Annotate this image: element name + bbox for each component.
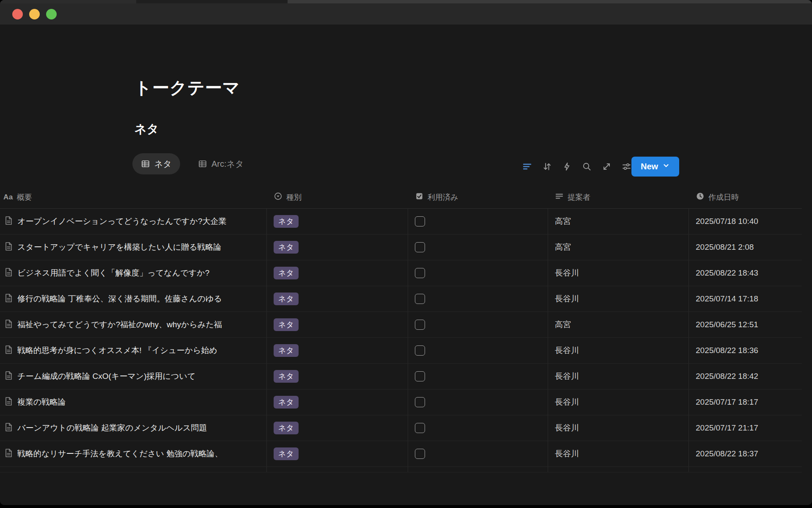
top-edge-tab bbox=[136, 0, 288, 3]
column-header-overview[interactable]: Aa 概要 bbox=[0, 186, 267, 208]
used-checkbox[interactable] bbox=[415, 216, 425, 226]
app-window: トークテーマ ネタ ネタ bbox=[0, 0, 812, 505]
cell-used[interactable] bbox=[408, 312, 548, 337]
cell-overview[interactable]: 戦略的思考が身につくオススメ本! 『イシューから始め bbox=[0, 338, 267, 363]
cell-overview[interactable]: ビジネス用語でよく聞く「解像度」ってなんですか? bbox=[0, 260, 267, 286]
cell-proposer[interactable]: 長谷川 bbox=[548, 441, 689, 467]
cell-proposer[interactable]: 長谷川 bbox=[548, 364, 689, 389]
cell-proposer[interactable]: 長谷川 bbox=[548, 389, 689, 415]
table-row[interactable]: オープンイノベーションってどうなったんですか?大企業 ネタ 高宮 2025/07… bbox=[0, 209, 802, 235]
used-checkbox[interactable] bbox=[415, 345, 425, 356]
automation-icon[interactable] bbox=[562, 162, 572, 171]
cell-proposer[interactable]: 高宮 bbox=[548, 235, 689, 260]
used-checkbox[interactable] bbox=[415, 242, 425, 252]
used-checkbox[interactable] bbox=[415, 320, 425, 330]
cell-used[interactable] bbox=[408, 286, 548, 312]
view-tab-arc-neta[interactable]: Arc:ネタ bbox=[189, 153, 252, 174]
used-checkbox[interactable] bbox=[415, 294, 425, 304]
cell-overview[interactable]: バーンアウトの戦略論 起業家のメンタルヘルス問題 bbox=[0, 415, 267, 441]
cell-created[interactable]: 2025/07/17 21:17 bbox=[689, 415, 802, 441]
cell-overview[interactable]: 複業の戦略論 bbox=[0, 389, 267, 415]
cell-type[interactable]: ネタ bbox=[267, 260, 408, 286]
table-row[interactable]: 複業の戦略論 ネタ 長谷川 2025/07/17 18:17 bbox=[0, 389, 802, 415]
view-settings-icon[interactable] bbox=[622, 162, 631, 171]
cell-type[interactable]: ネタ bbox=[267, 441, 408, 467]
chevron-down-icon[interactable] bbox=[662, 162, 670, 171]
cell-proposer[interactable]: 長谷川 bbox=[548, 338, 689, 363]
column-header-created[interactable]: 作成日時 bbox=[689, 186, 802, 208]
cell-used[interactable] bbox=[408, 415, 548, 441]
cell-created[interactable]: 2025/07/18 10:40 bbox=[689, 209, 802, 234]
title-bar bbox=[0, 3, 812, 25]
created-time: 2025/08/22 18:43 bbox=[696, 268, 758, 278]
table-row[interactable]: 修行の戦略論 丁稚奉公、深く潜る期間。佐藤さんのゆる ネタ 長谷川 2025/0… bbox=[0, 286, 802, 312]
cell-type[interactable]: ネタ bbox=[267, 209, 408, 234]
cell-type[interactable]: ネタ bbox=[267, 235, 408, 260]
cell-type[interactable]: ネタ bbox=[267, 338, 408, 363]
used-checkbox[interactable] bbox=[415, 371, 425, 381]
cell-type[interactable]: ネタ bbox=[267, 415, 408, 441]
used-checkbox[interactable] bbox=[415, 268, 425, 278]
cell-used[interactable] bbox=[408, 441, 548, 467]
view-tab-neta[interactable]: ネタ bbox=[132, 153, 180, 174]
cell-created[interactable]: 2025/08/22 18:36 bbox=[689, 338, 802, 363]
cell-used[interactable] bbox=[408, 389, 548, 415]
search-icon[interactable] bbox=[582, 162, 592, 171]
expand-icon[interactable] bbox=[602, 162, 612, 171]
column-header-type[interactable]: 種別 bbox=[267, 186, 408, 208]
cell-type[interactable]: ネタ bbox=[267, 286, 408, 312]
cell-used[interactable] bbox=[408, 260, 548, 286]
column-label: 概要 bbox=[17, 192, 32, 202]
cell-created[interactable]: 2025/08/22 18:37 bbox=[689, 441, 802, 467]
filter-icon[interactable] bbox=[522, 162, 532, 171]
table-row[interactable]: 戦略的思考が身につくオススメ本! 『イシューから始め ネタ 長谷川 2025/0… bbox=[0, 338, 802, 364]
cell-type[interactable]: ネタ bbox=[267, 389, 408, 415]
minimize-button[interactable] bbox=[29, 9, 40, 19]
cell-created[interactable]: 2025/07/14 17:18 bbox=[689, 286, 802, 312]
table-row[interactable]: ビジネス用語でよく聞く「解像度」ってなんですか? ネタ 長谷川 2025/08/… bbox=[0, 260, 802, 286]
cell-proposer[interactable]: 長谷川 bbox=[548, 415, 689, 441]
column-header-used[interactable]: 利用済み bbox=[408, 186, 548, 208]
cell-created[interactable]: 2025/07/17 18:17 bbox=[689, 389, 802, 415]
sort-icon[interactable] bbox=[542, 162, 552, 171]
new-button[interactable]: New bbox=[631, 157, 679, 177]
close-button[interactable] bbox=[12, 9, 23, 19]
cell-overview[interactable]: 戦略的なリサーチ手法を教えてください 勉強の戦略論、 bbox=[0, 441, 267, 467]
column-header-proposer[interactable]: 提案者 bbox=[548, 186, 689, 208]
cell-overview[interactable]: オープンイノベーションってどうなったんですか?大企業 bbox=[0, 209, 267, 234]
used-checkbox[interactable] bbox=[415, 423, 425, 433]
cell-used[interactable] bbox=[408, 338, 548, 363]
table-row[interactable]: 戦略的なリサーチ手法を教えてください 勉強の戦略論、 ネタ 長谷川 2025/0… bbox=[0, 441, 802, 467]
cell-created[interactable]: 2025/06/25 12:51 bbox=[689, 312, 802, 337]
table-row[interactable]: チーム編成の戦略論 CxO(キーマン)採用について ネタ 長谷川 2025/08… bbox=[0, 364, 802, 389]
cell-used[interactable] bbox=[408, 235, 548, 260]
cell-overview[interactable]: 修行の戦略論 丁稚奉公、深く潜る期間。佐藤さんのゆる bbox=[0, 286, 267, 312]
cell-used[interactable] bbox=[408, 209, 548, 234]
row-title: チーム編成の戦略論 CxO(キーマン)採用について bbox=[17, 371, 195, 382]
used-checkbox[interactable] bbox=[415, 449, 425, 459]
zoom-button[interactable] bbox=[46, 9, 57, 19]
cell-proposer[interactable]: 高宮 bbox=[548, 209, 689, 234]
cell-type[interactable]: ネタ bbox=[267, 364, 408, 389]
cell-proposer[interactable]: 長谷川 bbox=[548, 260, 689, 286]
table-row[interactable]: 福祉やってみてどうですか?福祉のwhy、whyからみた福 ネタ 高宮 2025/… bbox=[0, 312, 802, 338]
table-view-icon bbox=[141, 159, 150, 168]
cell-overview[interactable]: 福祉やってみてどうですか?福祉のwhy、whyからみた福 bbox=[0, 312, 267, 337]
table-view-icon bbox=[198, 159, 207, 168]
table-row[interactable]: スタートアップでキャリアを構築したい人に贈る戦略論 ネタ 高宮 2025/08/… bbox=[0, 235, 802, 260]
page-icon bbox=[3, 422, 14, 434]
cell-overview[interactable]: チーム編成の戦略論 CxO(キーマン)採用について bbox=[0, 364, 267, 389]
cell-created[interactable]: 2025/08/22 18:42 bbox=[689, 364, 802, 389]
cell-created[interactable]: 2025/08/21 2:08 bbox=[689, 235, 802, 260]
used-checkbox[interactable] bbox=[415, 397, 425, 407]
cell-used[interactable] bbox=[408, 364, 548, 389]
cell-type[interactable]: ネタ bbox=[267, 312, 408, 337]
view-tab-label: Arc:ネタ bbox=[211, 158, 244, 170]
cell-overview[interactable]: スタートアップでキャリアを構築したい人に贈る戦略論 bbox=[0, 235, 267, 260]
cell-proposer[interactable]: 高宮 bbox=[548, 312, 689, 337]
title-icon: Aa bbox=[3, 193, 13, 202]
cell-proposer[interactable]: 長谷川 bbox=[548, 286, 689, 312]
cell-created[interactable]: 2025/08/22 18:43 bbox=[689, 260, 802, 286]
table-row[interactable]: バーンアウトの戦略論 起業家のメンタルヘルス問題 ネタ 長谷川 2025/07/… bbox=[0, 415, 802, 441]
proposer-name: 長谷川 bbox=[555, 448, 579, 459]
